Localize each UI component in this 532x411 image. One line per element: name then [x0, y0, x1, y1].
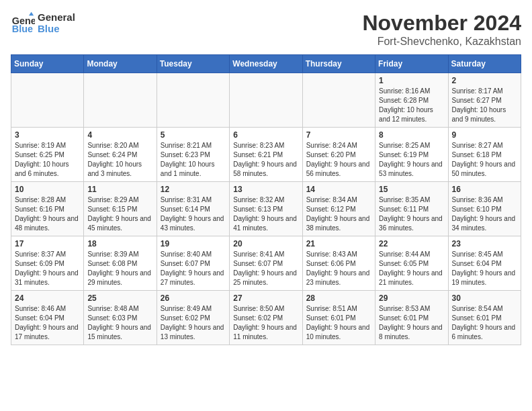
cell-line: Sunrise: 8:50 AM: [233, 304, 298, 314]
cell-line: Sunrise: 8:20 AM: [87, 141, 152, 150]
cell-line: Sunrise: 8:25 AM: [379, 141, 444, 150]
cell-line: Sunset: 6:01 PM: [379, 314, 444, 323]
cell-line: Daylight: 9 hours and 15 minutes.: [87, 323, 152, 342]
week-row-2: 3Sunrise: 8:19 AMSunset: 6:25 PMDaylight…: [11, 128, 521, 182]
cell-line: Sunset: 6:27 PM: [452, 96, 517, 105]
cell-line: Sunrise: 8:46 AM: [15, 304, 80, 314]
cell-line: Sunset: 6:15 PM: [87, 205, 152, 214]
cell-line: Sunrise: 8:37 AM: [15, 250, 80, 259]
cell-w3-d1: 11Sunrise: 8:29 AMSunset: 6:15 PMDayligh…: [84, 182, 157, 236]
day-number: 19: [161, 239, 226, 248]
day-number: 20: [233, 239, 298, 248]
cell-line: Sunset: 6:03 PM: [87, 314, 152, 323]
cell-line: Daylight: 9 hours and 8 minutes.: [379, 323, 444, 342]
cell-line: Sunset: 6:07 PM: [233, 259, 298, 269]
cell-line: Sunset: 6:01 PM: [306, 314, 371, 323]
cell-line: Sunset: 6:01 PM: [452, 314, 517, 323]
cell-line: Sunrise: 8:34 AM: [306, 195, 371, 205]
day-number: 24: [15, 293, 80, 303]
day-number: 30: [452, 293, 517, 303]
week-row-5: 24Sunrise: 8:46 AMSunset: 6:04 PMDayligh…: [11, 291, 521, 345]
day-number: 29: [379, 293, 444, 303]
cell-line: Sunset: 6:21 PM: [233, 150, 298, 160]
cell-line: Sunrise: 8:41 AM: [233, 250, 298, 259]
cell-line: Daylight: 9 hours and 11 minutes.: [233, 323, 298, 342]
cell-line: Sunrise: 8:53 AM: [379, 304, 444, 314]
cell-line: Daylight: 9 hours and 27 minutes.: [161, 269, 226, 287]
cell-w5-d5: 29Sunrise: 8:53 AMSunset: 6:01 PMDayligh…: [375, 291, 448, 345]
day-number: 5: [161, 130, 226, 140]
cell-line: Sunrise: 8:51 AM: [306, 304, 371, 314]
day-number: 13: [233, 185, 298, 194]
cell-line: Sunset: 6:18 PM: [452, 150, 517, 160]
cell-line: Daylight: 9 hours and 53 minutes.: [379, 160, 444, 179]
day-number: 27: [233, 293, 298, 303]
day-number: 14: [306, 185, 371, 194]
svg-marker-2: [29, 12, 34, 15]
week-row-3: 10Sunrise: 8:28 AMSunset: 6:16 PMDayligh…: [11, 182, 521, 236]
week-row-1: 1Sunrise: 8:16 AMSunset: 6:28 PMDaylight…: [11, 73, 521, 128]
day-number: 2: [452, 76, 517, 85]
day-number: 6: [233, 130, 298, 140]
cell-line: Sunset: 6:11 PM: [379, 205, 444, 214]
cell-line: Sunrise: 8:44 AM: [379, 250, 444, 259]
cell-line: Sunset: 6:12 PM: [306, 205, 371, 214]
title-block: November 2024 Fort-Shevchenko, Kazakhsta…: [362, 11, 521, 48]
cell-w3-d6: 16Sunrise: 8:36 AMSunset: 6:10 PMDayligh…: [448, 182, 521, 236]
cell-line: Sunset: 6:02 PM: [233, 314, 298, 323]
cell-w3-d3: 13Sunrise: 8:32 AMSunset: 6:13 PMDayligh…: [230, 182, 302, 236]
cell-w2-d5: 8Sunrise: 8:25 AMSunset: 6:19 PMDaylight…: [375, 128, 448, 182]
cell-w5-d0: 24Sunrise: 8:46 AMSunset: 6:04 PMDayligh…: [11, 291, 84, 345]
cell-line: Sunrise: 8:27 AM: [452, 141, 517, 150]
logo-blue: Blue: [38, 23, 75, 34]
day-number: 21: [306, 239, 371, 248]
cell-line: Sunrise: 8:29 AM: [87, 195, 152, 205]
cell-line: Sunrise: 8:31 AM: [161, 195, 226, 205]
cell-line: Sunset: 6:10 PM: [452, 205, 517, 214]
cell-line: Daylight: 9 hours and 43 minutes.: [161, 214, 226, 233]
cell-w5-d1: 25Sunrise: 8:48 AMSunset: 6:03 PMDayligh…: [84, 291, 157, 345]
cell-line: Daylight: 9 hours and 36 minutes.: [379, 214, 444, 233]
day-number: 4: [87, 130, 152, 140]
day-number: 10: [15, 185, 80, 194]
cell-line: Sunrise: 8:39 AM: [87, 250, 152, 259]
logo: General Blue General Blue: [11, 11, 75, 35]
day-number: 23: [452, 239, 517, 248]
day-number: 26: [161, 293, 226, 303]
logo-icon: General Blue: [11, 11, 35, 35]
calendar-table: Sunday Monday Tuesday Wednesday Thursday…: [11, 54, 521, 345]
cell-line: Daylight: 9 hours and 50 minutes.: [452, 160, 517, 179]
cell-line: Sunset: 6:16 PM: [15, 205, 80, 214]
cell-line: Sunrise: 8:36 AM: [452, 195, 517, 205]
cell-w1-d6: 2Sunrise: 8:17 AMSunset: 6:27 PMDaylight…: [448, 73, 521, 128]
cell-line: Daylight: 9 hours and 56 minutes.: [306, 160, 371, 179]
cell-line: Daylight: 10 hours and 1 minute.: [161, 160, 226, 179]
cell-w4-d1: 18Sunrise: 8:39 AMSunset: 6:08 PMDayligh…: [84, 236, 157, 291]
col-friday: Friday: [375, 55, 448, 73]
cell-line: Sunrise: 8:43 AM: [306, 250, 371, 259]
day-number: 18: [87, 239, 152, 248]
cell-line: Sunrise: 8:49 AM: [161, 304, 226, 314]
day-number: 12: [161, 185, 226, 194]
cell-line: Daylight: 10 hours and 9 minutes.: [452, 105, 517, 124]
cell-line: Sunset: 6:07 PM: [161, 259, 226, 269]
cell-line: Daylight: 9 hours and 10 minutes.: [306, 323, 371, 342]
cell-line: Sunset: 6:25 PM: [15, 150, 80, 160]
day-number: 8: [379, 130, 444, 140]
cell-w1-d2: [157, 73, 229, 128]
col-sunday: Sunday: [11, 55, 84, 73]
col-saturday: Saturday: [448, 55, 521, 73]
cell-line: Sunset: 6:23 PM: [161, 150, 226, 160]
cell-w2-d3: 6Sunrise: 8:23 AMSunset: 6:21 PMDaylight…: [230, 128, 302, 182]
day-number: 17: [15, 239, 80, 248]
day-number: 25: [87, 293, 152, 303]
cell-line: Sunset: 6:14 PM: [161, 205, 226, 214]
cell-line: Sunrise: 8:54 AM: [452, 304, 517, 314]
cell-w3-d5: 15Sunrise: 8:35 AMSunset: 6:11 PMDayligh…: [375, 182, 448, 236]
cell-w4-d6: 23Sunrise: 8:45 AMSunset: 6:04 PMDayligh…: [448, 236, 521, 291]
cell-line: Sunrise: 8:35 AM: [379, 195, 444, 205]
cell-line: Sunrise: 8:28 AM: [15, 195, 80, 205]
cell-w5-d6: 30Sunrise: 8:54 AMSunset: 6:01 PMDayligh…: [448, 291, 521, 345]
col-monday: Monday: [84, 55, 157, 73]
day-number: 11: [87, 185, 152, 194]
